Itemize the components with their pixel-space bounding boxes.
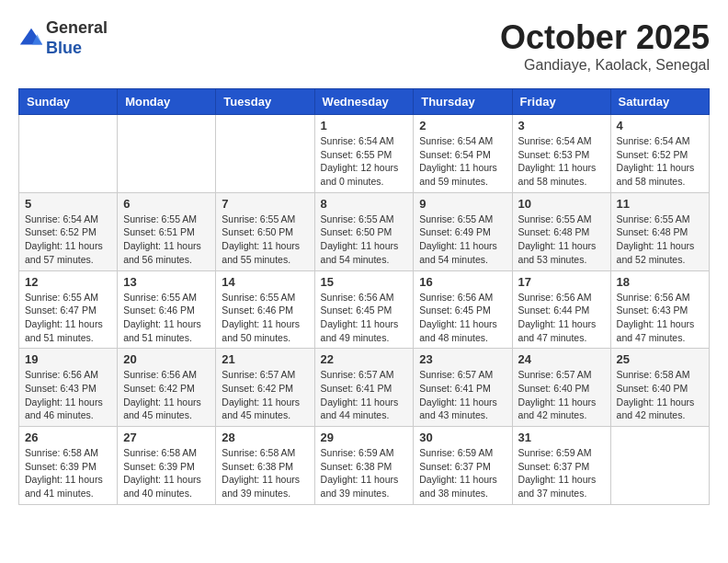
calendar-cell: 24Sunrise: 6:57 AM Sunset: 6:40 PM Dayli…	[512, 349, 610, 427]
day-info: Sunrise: 6:56 AM Sunset: 6:44 PM Dayligh…	[518, 291, 605, 345]
day-number: 27	[123, 431, 210, 444]
location: Gandiaye, Kaolack, Senegal	[500, 57, 710, 74]
day-info: Sunrise: 6:58 AM Sunset: 6:38 PM Dayligh…	[222, 446, 308, 500]
day-number: 24	[518, 352, 605, 366]
month-title: October 2025	[500, 18, 710, 57]
day-number: 13	[123, 275, 210, 289]
day-number: 28	[222, 431, 308, 444]
calendar-cell: 10Sunrise: 6:55 AM Sunset: 6:48 PM Dayli…	[512, 192, 610, 270]
page-header: General Blue October 2025 Gandiaye, Kaol…	[18, 18, 710, 74]
weekday-header: Friday	[512, 89, 610, 115]
day-info: Sunrise: 6:58 AM Sunset: 6:39 PM Dayligh…	[25, 446, 111, 500]
day-number: 10	[518, 197, 605, 211]
day-number: 26	[25, 431, 111, 444]
calendar-cell: 30Sunrise: 6:59 AM Sunset: 6:37 PM Dayli…	[414, 427, 512, 505]
day-number: 1	[321, 119, 408, 132]
calendar-cell: 19Sunrise: 6:56 AM Sunset: 6:43 PM Dayli…	[19, 349, 118, 427]
calendar: SundayMondayTuesdayWednesdayThursdayFrid…	[18, 88, 710, 505]
day-number: 11	[617, 197, 703, 211]
weekday-header: Monday	[118, 89, 216, 115]
day-info: Sunrise: 6:57 AM Sunset: 6:40 PM Dayligh…	[518, 368, 605, 422]
day-info: Sunrise: 6:55 AM Sunset: 6:46 PM Dayligh…	[123, 291, 210, 345]
calendar-cell: 1Sunrise: 6:54 AM Sunset: 6:55 PM Daylig…	[314, 115, 414, 193]
day-info: Sunrise: 6:58 AM Sunset: 6:39 PM Dayligh…	[123, 446, 210, 500]
calendar-cell: 12Sunrise: 6:55 AM Sunset: 6:47 PM Dayli…	[19, 270, 118, 349]
day-info: Sunrise: 6:55 AM Sunset: 6:47 PM Dayligh…	[25, 291, 111, 345]
day-info: Sunrise: 6:54 AM Sunset: 6:53 PM Dayligh…	[518, 134, 605, 189]
logo-icon	[18, 26, 44, 52]
day-info: Sunrise: 6:59 AM Sunset: 6:37 PM Dayligh…	[419, 446, 506, 500]
calendar-cell	[19, 115, 118, 193]
calendar-cell: 6Sunrise: 6:55 AM Sunset: 6:51 PM Daylig…	[118, 192, 216, 270]
day-info: Sunrise: 6:55 AM Sunset: 6:48 PM Dayligh…	[518, 213, 605, 267]
day-info: Sunrise: 6:56 AM Sunset: 6:45 PM Dayligh…	[419, 291, 506, 345]
day-info: Sunrise: 6:58 AM Sunset: 6:40 PM Dayligh…	[617, 368, 703, 422]
day-number: 2	[419, 119, 506, 132]
logo: General Blue	[18, 18, 108, 58]
day-info: Sunrise: 6:55 AM Sunset: 6:46 PM Dayligh…	[222, 291, 308, 345]
calendar-week-row: 19Sunrise: 6:56 AM Sunset: 6:43 PM Dayli…	[19, 349, 710, 427]
day-info: Sunrise: 6:54 AM Sunset: 6:52 PM Dayligh…	[617, 134, 703, 189]
day-number: 7	[222, 197, 308, 211]
weekday-header: Tuesday	[216, 89, 314, 115]
day-number: 12	[25, 275, 111, 289]
calendar-cell	[118, 115, 216, 193]
calendar-week-row: 26Sunrise: 6:58 AM Sunset: 6:39 PM Dayli…	[19, 427, 710, 505]
day-number: 22	[321, 352, 408, 366]
day-number: 14	[222, 275, 308, 289]
weekday-header: Wednesday	[314, 89, 414, 115]
weekday-header: Thursday	[414, 89, 512, 115]
day-info: Sunrise: 6:55 AM Sunset: 6:49 PM Dayligh…	[419, 213, 506, 267]
day-info: Sunrise: 6:57 AM Sunset: 6:42 PM Dayligh…	[222, 368, 308, 422]
day-info: Sunrise: 6:57 AM Sunset: 6:41 PM Dayligh…	[321, 368, 408, 422]
calendar-cell: 4Sunrise: 6:54 AM Sunset: 6:52 PM Daylig…	[610, 115, 709, 193]
day-number: 23	[419, 352, 506, 366]
calendar-cell: 27Sunrise: 6:58 AM Sunset: 6:39 PM Dayli…	[118, 427, 216, 505]
calendar-cell: 13Sunrise: 6:55 AM Sunset: 6:46 PM Dayli…	[118, 270, 216, 349]
calendar-week-row: 5Sunrise: 6:54 AM Sunset: 6:52 PM Daylig…	[19, 192, 710, 270]
calendar-cell	[216, 115, 314, 193]
day-number: 21	[222, 352, 308, 366]
day-number: 9	[419, 197, 506, 211]
day-number: 8	[321, 197, 408, 211]
day-number: 30	[419, 431, 506, 444]
day-info: Sunrise: 6:54 AM Sunset: 6:52 PM Dayligh…	[25, 213, 111, 267]
day-number: 6	[123, 197, 210, 211]
day-number: 4	[617, 119, 703, 132]
weekday-header: Saturday	[610, 89, 709, 115]
day-number: 19	[25, 352, 111, 366]
calendar-cell: 25Sunrise: 6:58 AM Sunset: 6:40 PM Dayli…	[610, 349, 709, 427]
calendar-cell: 31Sunrise: 6:59 AM Sunset: 6:37 PM Dayli…	[512, 427, 610, 505]
calendar-cell: 29Sunrise: 6:59 AM Sunset: 6:38 PM Dayli…	[314, 427, 414, 505]
day-number: 25	[617, 352, 703, 366]
calendar-cell: 11Sunrise: 6:55 AM Sunset: 6:48 PM Dayli…	[610, 192, 709, 270]
day-info: Sunrise: 6:59 AM Sunset: 6:37 PM Dayligh…	[518, 446, 605, 500]
day-number: 31	[518, 431, 605, 444]
calendar-cell: 2Sunrise: 6:54 AM Sunset: 6:54 PM Daylig…	[414, 115, 512, 193]
day-info: Sunrise: 6:55 AM Sunset: 6:51 PM Dayligh…	[123, 213, 210, 267]
day-info: Sunrise: 6:56 AM Sunset: 6:45 PM Dayligh…	[321, 291, 408, 345]
day-info: Sunrise: 6:57 AM Sunset: 6:41 PM Dayligh…	[419, 368, 506, 422]
logo-text: General Blue	[46, 18, 108, 58]
day-number: 29	[321, 431, 408, 444]
calendar-cell: 7Sunrise: 6:55 AM Sunset: 6:50 PM Daylig…	[216, 192, 314, 270]
day-info: Sunrise: 6:56 AM Sunset: 6:43 PM Dayligh…	[617, 291, 703, 345]
day-info: Sunrise: 6:59 AM Sunset: 6:38 PM Dayligh…	[321, 446, 408, 500]
calendar-cell: 28Sunrise: 6:58 AM Sunset: 6:38 PM Dayli…	[216, 427, 314, 505]
day-info: Sunrise: 6:55 AM Sunset: 6:50 PM Dayligh…	[222, 213, 308, 267]
calendar-cell: 3Sunrise: 6:54 AM Sunset: 6:53 PM Daylig…	[512, 115, 610, 193]
calendar-week-row: 1Sunrise: 6:54 AM Sunset: 6:55 PM Daylig…	[19, 115, 710, 193]
calendar-cell	[610, 427, 709, 505]
day-info: Sunrise: 6:56 AM Sunset: 6:42 PM Dayligh…	[123, 368, 210, 422]
day-number: 15	[321, 275, 408, 289]
title-block: October 2025 Gandiaye, Kaolack, Senegal	[500, 18, 710, 74]
calendar-cell: 14Sunrise: 6:55 AM Sunset: 6:46 PM Dayli…	[216, 270, 314, 349]
calendar-cell: 22Sunrise: 6:57 AM Sunset: 6:41 PM Dayli…	[314, 349, 414, 427]
calendar-week-row: 12Sunrise: 6:55 AM Sunset: 6:47 PM Dayli…	[19, 270, 710, 349]
weekday-header-row: SundayMondayTuesdayWednesdayThursdayFrid…	[19, 89, 710, 115]
weekday-header: Sunday	[19, 89, 118, 115]
day-info: Sunrise: 6:54 AM Sunset: 6:54 PM Dayligh…	[419, 134, 506, 189]
day-number: 20	[123, 352, 210, 366]
calendar-cell: 17Sunrise: 6:56 AM Sunset: 6:44 PM Dayli…	[512, 270, 610, 349]
calendar-cell: 16Sunrise: 6:56 AM Sunset: 6:45 PM Dayli…	[414, 270, 512, 349]
